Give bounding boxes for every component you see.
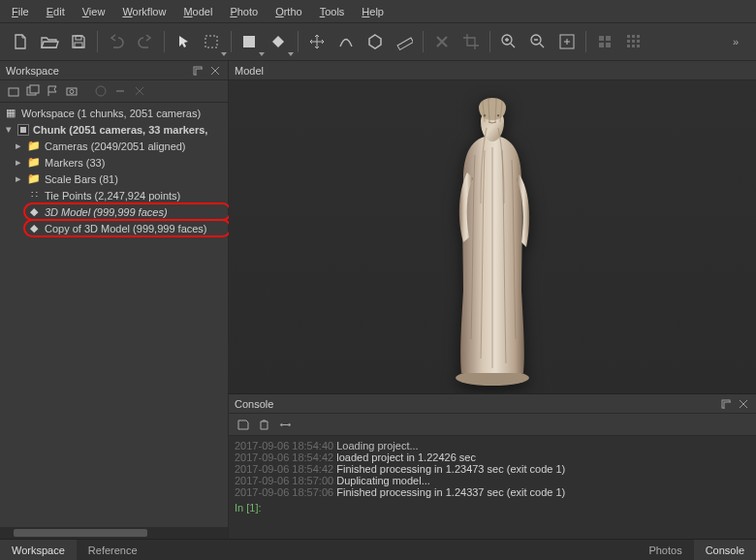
checkbox[interactable] — [17, 124, 29, 136]
menu-edit[interactable]: Edit — [39, 3, 73, 20]
tree-scalebars-label: Scale Bars (81) — [45, 173, 118, 185]
tree-h-scrollbar[interactable] — [0, 527, 228, 539]
model-icon: ◆ — [27, 205, 41, 218]
grid-fine-icon[interactable] — [621, 29, 646, 54]
tree-scalebars[interactable]: ▸📁Scale Bars (81) — [0, 171, 228, 187]
model-viewport[interactable] — [229, 80, 756, 393]
svg-point-28 — [96, 86, 106, 96]
separator — [489, 31, 490, 52]
console-output[interactable]: 2017-09-06 18:54:40 Loading project... 2… — [229, 436, 756, 539]
crop-icon[interactable] — [458, 29, 484, 54]
draw-tool-icon[interactable] — [237, 29, 263, 54]
tree-tiepoints[interactable]: ∷Tie Points (2,247,924 points) — [0, 187, 228, 203]
console-run-icon[interactable] — [277, 417, 293, 432]
tree-markers-label: Markers (33) — [45, 157, 105, 169]
grid-coarse-icon[interactable] — [592, 29, 617, 54]
tree-3d-model-copy[interactable]: ◆Copy of 3D Model (999,999 faces) — [0, 220, 228, 236]
svg-rect-23 — [9, 88, 18, 96]
menu-model[interactable]: Model — [175, 3, 220, 20]
ws-delete-icon[interactable] — [132, 83, 147, 99]
svg-rect-25 — [30, 85, 39, 93]
bottom-tab-reference[interactable]: Reference — [77, 540, 149, 560]
svg-rect-13 — [632, 35, 635, 38]
bottom-tab-bar: Workspace Reference Photos Console — [0, 539, 756, 560]
zoom-out-icon[interactable] — [525, 29, 551, 54]
chevron-down-icon[interactable]: ▾ — [4, 123, 14, 136]
menu-view[interactable]: View — [75, 3, 113, 20]
marquee-select-icon[interactable] — [200, 29, 225, 54]
menu-photo[interactable]: Photo — [222, 3, 266, 20]
console-save-icon[interactable] — [235, 417, 250, 432]
svg-rect-2 — [205, 36, 217, 47]
menu-help[interactable]: Help — [354, 3, 392, 20]
close-panel-icon[interactable] — [737, 397, 750, 411]
delete-icon[interactable] — [429, 29, 455, 54]
ws-enable-icon[interactable] — [93, 83, 109, 99]
chevron-right-icon[interactable]: ▸ — [14, 156, 23, 169]
menu-ortho[interactable]: Ortho — [268, 3, 310, 20]
undo-icon[interactable] — [104, 29, 129, 54]
svg-point-32 — [280, 423, 282, 425]
undock-icon[interactable] — [719, 397, 733, 411]
svg-rect-17 — [637, 40, 640, 43]
statue-model — [434, 87, 551, 388]
move-region-icon[interactable] — [304, 29, 330, 54]
ws-flag-icon[interactable] — [45, 83, 60, 99]
zoom-in-icon[interactable] — [496, 29, 521, 54]
tree-chunk[interactable]: ▾Chunk (2051 cameras, 33 markers, — [0, 121, 228, 138]
bottom-tab-photos[interactable]: Photos — [637, 540, 693, 560]
svg-rect-11 — [606, 43, 611, 47]
main-toolbar: » — [0, 23, 756, 61]
menu-file[interactable]: File — [4, 3, 37, 20]
tree-3d-model-copy-label: Copy of 3D Model (999,999 faces) — [45, 223, 207, 234]
redo-icon[interactable] — [133, 29, 158, 54]
menu-tools[interactable]: Tools — [312, 3, 353, 20]
svg-rect-8 — [599, 36, 604, 41]
console-panel: Console 2017-09-06 18:54:40 Loading proj… — [229, 393, 756, 539]
folder-icon: 📁 — [27, 172, 41, 185]
console-msg: Loading project... — [336, 440, 418, 451]
paint-tool-icon[interactable] — [267, 29, 292, 54]
menu-workflow[interactable]: Workflow — [114, 3, 173, 20]
ws-add-photos-icon[interactable] — [25, 83, 41, 99]
open-icon[interactable] — [37, 29, 62, 54]
svg-rect-22 — [196, 69, 203, 76]
chevron-right-icon[interactable]: ▸ — [14, 172, 23, 185]
pointer-icon[interactable] — [171, 29, 196, 54]
svg-point-33 — [288, 423, 290, 425]
separator — [97, 31, 98, 52]
save-icon[interactable] — [66, 29, 91, 54]
model-panel-title: Model — [235, 65, 264, 77]
edit-thin-icon[interactable] — [333, 29, 359, 54]
ws-add-chunk-icon[interactable] — [6, 83, 21, 99]
zoom-fit-icon[interactable] — [554, 29, 580, 54]
folder-icon: 📁 — [27, 140, 41, 152]
svg-rect-1 — [75, 43, 82, 47]
chevron-right-icon[interactable]: ▸ — [14, 140, 23, 152]
new-icon[interactable] — [8, 29, 33, 54]
tree-cameras[interactable]: ▸📁Cameras (2049/2051 aligned) — [0, 138, 228, 154]
svg-rect-20 — [637, 45, 640, 47]
tree-markers[interactable]: ▸📁Markers (33) — [0, 154, 228, 171]
workspace-tree[interactable]: ▦Workspace (1 chunks, 2051 cameras) ▾Chu… — [0, 103, 228, 527]
svg-rect-15 — [627, 40, 630, 43]
bottom-tab-workspace[interactable]: Workspace — [0, 540, 77, 560]
separator — [231, 31, 232, 52]
polygon-icon[interactable] — [362, 29, 388, 54]
ws-remove-icon[interactable] — [112, 83, 128, 99]
svg-rect-12 — [627, 35, 630, 38]
ruler-icon[interactable] — [392, 29, 417, 54]
console-clear-icon[interactable] — [256, 417, 271, 432]
overflow-icon[interactable]: » — [723, 29, 748, 54]
tree-root[interactable]: ▦Workspace (1 chunks, 2051 cameras) — [0, 105, 228, 121]
undock-icon[interactable] — [191, 64, 205, 78]
tree-3d-model[interactable]: ◆3D Model (999,999 faces) — [0, 203, 228, 220]
svg-rect-18 — [627, 45, 630, 47]
bottom-tab-console[interactable]: Console — [694, 540, 756, 560]
tree-cameras-label: Cameras (2049/2051 aligned) — [45, 140, 186, 152]
folder-icon: 📁 — [27, 156, 41, 169]
workspace-panel-title: Workspace — [6, 65, 59, 77]
separator — [585, 31, 586, 52]
close-panel-icon[interactable] — [208, 64, 222, 78]
ws-camera-icon[interactable] — [64, 83, 79, 99]
